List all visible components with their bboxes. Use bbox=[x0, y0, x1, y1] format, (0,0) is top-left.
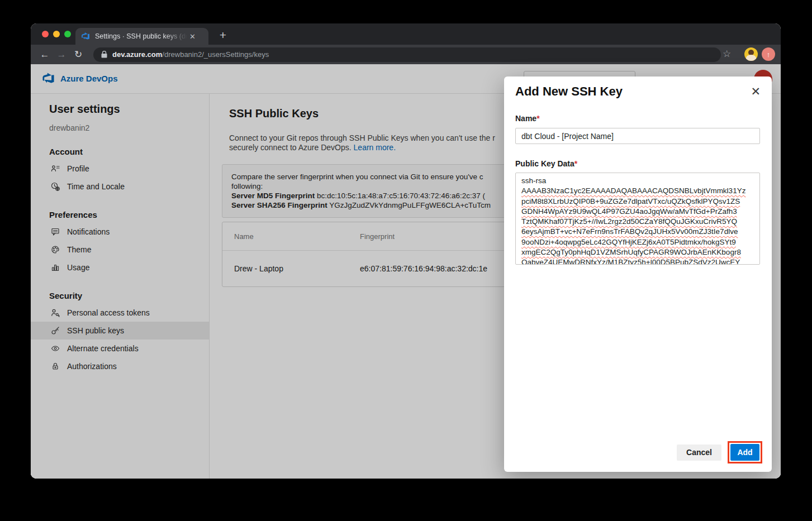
key-line: 6eysAjmBT+vc+N7eFrn9nsTrFABQv2qJUHx5Vv00… bbox=[521, 227, 754, 237]
md5-value: bc:dc:10:5c:1a:48:a7:c5:16:70:43:72:46:a… bbox=[315, 192, 485, 200]
sidebar-item-time-and-locale[interactable]: Time and Locale bbox=[31, 178, 209, 195]
browser-profile-avatar[interactable] bbox=[744, 47, 758, 61]
tab-strip: Settings · SSH public keys (dre ✕ + bbox=[31, 23, 781, 45]
lock-icon bbox=[101, 51, 107, 58]
sidebar-item-theme[interactable]: Theme bbox=[31, 241, 209, 259]
required-marker: * bbox=[536, 114, 539, 123]
brand-name: Azure DevOps bbox=[60, 74, 118, 83]
section-security: Security bbox=[31, 276, 209, 304]
column-header-name: Name bbox=[222, 232, 360, 241]
dialog-title: Add New SSH Key bbox=[515, 84, 761, 99]
key-line: 9ooNDzi+4oqwpg5eLc42GQYfHjKEZj6xA0T5Pidt… bbox=[521, 237, 754, 247]
bookmark-star-icon[interactable]: ☆ bbox=[723, 48, 731, 60]
tab-close-icon[interactable]: ✕ bbox=[189, 32, 196, 41]
sidebar-title: User settings bbox=[31, 94, 209, 116]
profile-icon bbox=[51, 164, 60, 173]
url-bar[interactable]: dev.azure.com/drewbanin2/_usersSettings/… bbox=[93, 47, 721, 62]
section-account: Account bbox=[31, 132, 209, 160]
eye-icon bbox=[51, 344, 60, 353]
browser-update-icon[interactable]: ↑ bbox=[762, 47, 775, 61]
azure-devops-logo-icon bbox=[42, 72, 55, 85]
new-tab-button[interactable]: + bbox=[215, 27, 231, 43]
bar-chart-icon bbox=[51, 263, 60, 272]
sidebar-item-alternate-credentials[interactable]: Alternate credentials bbox=[31, 340, 209, 357]
dialog-footer: Cancel Add bbox=[677, 441, 762, 463]
sha256-label: Server SHA256 Fingerprint bbox=[231, 201, 327, 209]
md5-label: Server MD5 Fingerprint bbox=[231, 192, 315, 200]
sidebar-item-usage[interactable]: Usage bbox=[31, 259, 209, 276]
sidebar-item-label: Personal access tokens bbox=[67, 308, 150, 317]
mac-close-button[interactable] bbox=[42, 31, 49, 37]
key-line: TztQMKhaf07TjKz5+//IwL2rgz2d50CZaY8fQQuJ… bbox=[521, 217, 754, 227]
learn-more-link[interactable]: Learn more. bbox=[354, 143, 396, 152]
forward-icon[interactable]: → bbox=[53, 49, 70, 60]
key-icon bbox=[51, 326, 60, 335]
settings-sidebar: User settings drewbanin2 Account Profile… bbox=[31, 94, 210, 479]
url-host: dev.azure.com bbox=[112, 50, 162, 59]
reload-icon[interactable]: ↻ bbox=[70, 49, 87, 60]
cancel-button[interactable]: Cancel bbox=[677, 444, 721, 461]
clock-globe-icon bbox=[51, 182, 60, 191]
mac-minimize-button[interactable] bbox=[53, 31, 60, 37]
key-name-input[interactable] bbox=[515, 128, 760, 144]
sidebar-item-label: Notifications bbox=[67, 227, 110, 236]
required-marker: * bbox=[574, 159, 577, 168]
key-name-cell: Drew - Laptop bbox=[222, 264, 360, 273]
name-field-label: Name* bbox=[515, 114, 761, 123]
sidebar-item-label: Time and Locale bbox=[67, 182, 125, 191]
close-icon[interactable]: ✕ bbox=[751, 85, 761, 97]
comment-icon bbox=[51, 227, 60, 236]
key-line: ssh-rsa bbox=[521, 176, 754, 186]
public-key-textarea[interactable]: ssh-rsa AAAAB3NzaC1yc2EAAAADAQABAAACAQDS… bbox=[515, 173, 760, 265]
sidebar-item-personal-access-tokens[interactable]: Personal access tokens bbox=[31, 304, 209, 322]
person-key-icon bbox=[51, 308, 60, 317]
key-line: AAAAB3NzaC1yc2EAAAADAQABAAACAQDSNBLvbjtV… bbox=[521, 186, 754, 196]
url-path: /drewbanin2/_usersSettings/keys bbox=[162, 50, 269, 59]
name-label-text: Name bbox=[515, 114, 536, 123]
mac-zoom-button[interactable] bbox=[64, 31, 71, 37]
sidebar-item-ssh-public-keys[interactable]: SSH public keys bbox=[31, 322, 209, 340]
key-fingerprint-cell: e6:07:81:59:76:16:94:98:ac:32:dc:1e bbox=[360, 264, 487, 273]
browser-window: Settings · SSH public keys (dre ✕ + ← → … bbox=[31, 23, 781, 479]
add-button[interactable]: Add bbox=[730, 444, 759, 461]
sidebar-item-label: Usage bbox=[67, 263, 89, 272]
column-header-fingerprint: Fingerprint bbox=[360, 232, 395, 241]
section-preferences: Preferences bbox=[31, 195, 209, 223]
add-ssh-key-dialog: Add New SSH Key ✕ Name* Public Key Data*… bbox=[504, 77, 772, 472]
sha256-value: YGzJgZudZVkYdnmgPuLFFgWE6CLA+cTuTcm bbox=[327, 201, 491, 209]
public-key-field-label: Public Key Data* bbox=[515, 159, 761, 168]
sidebar-item-profile[interactable]: Profile bbox=[31, 160, 209, 178]
tab-title: Settings · SSH public keys (dre bbox=[95, 32, 187, 40]
browser-tab[interactable]: Settings · SSH public keys (dre ✕ bbox=[75, 28, 208, 45]
sidebar-item-label: SSH public keys bbox=[67, 326, 124, 335]
key-line: pciM8t8XLrbUzQIP0B+9uZGZe7dlpatVTxc/uQZk… bbox=[521, 197, 754, 207]
sidebar-item-notifications[interactable]: Notifications bbox=[31, 223, 209, 241]
padlock-icon bbox=[51, 362, 60, 371]
key-line: QabveZ4UEMwDRNfxYz/M1BZtyz5h+l00D5BPubZS… bbox=[521, 257, 754, 265]
back-icon[interactable]: ← bbox=[36, 49, 53, 60]
sidebar-item-authorizations[interactable]: Authorizations bbox=[31, 357, 209, 375]
add-button-annotation: Add bbox=[728, 441, 762, 463]
key-line: GDNH4WpAYz9U9wQL4P97GZU4aoJgqWw/aMvTfGd+… bbox=[521, 207, 754, 217]
sidebar-item-label: Authorizations bbox=[67, 362, 117, 371]
brand[interactable]: Azure DevOps bbox=[42, 72, 118, 85]
sidebar-item-label: Profile bbox=[67, 164, 89, 173]
description-line2: securely connect to Azure DevOps. bbox=[229, 143, 354, 152]
sidebar-username: drewbanin2 bbox=[31, 116, 209, 132]
sidebar-item-label: Theme bbox=[67, 245, 92, 254]
key-line: xmgEC2QgTy0phHqD1VZMSrhUqfyCPAGR9WOJrbAE… bbox=[521, 247, 754, 257]
sidebar-item-label: Alternate credentials bbox=[67, 344, 139, 353]
azure-devops-favicon bbox=[81, 32, 90, 41]
public-key-label-text: Public Key Data bbox=[515, 159, 574, 168]
palette-icon bbox=[51, 245, 60, 254]
description-line1: Connect to your Git repos through SSH Pu… bbox=[229, 133, 495, 142]
